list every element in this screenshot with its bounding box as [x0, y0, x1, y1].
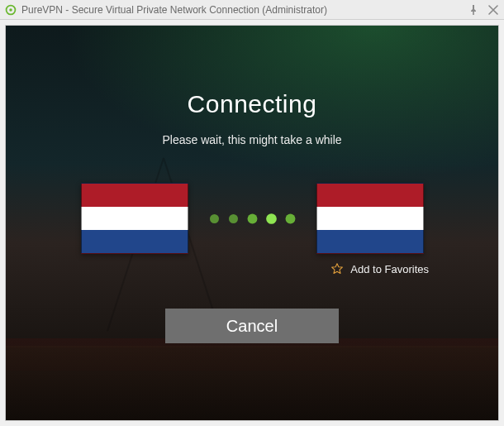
- window-title: PureVPN - Secure Virtual Private Network…: [21, 4, 468, 16]
- progress-dot: [210, 214, 219, 223]
- star-outline-icon: [330, 262, 344, 275]
- cancel-button[interactable]: Cancel: [165, 309, 339, 343]
- close-icon[interactable]: [487, 4, 499, 16]
- pin-icon[interactable]: [468, 4, 479, 16]
- window-titlebar: PureVPN - Secure Virtual Private Network…: [0, 0, 504, 20]
- cancel-button-label: Cancel: [226, 317, 278, 336]
- progress-dot: [266, 213, 277, 224]
- connecting-progress-dots: [210, 214, 295, 223]
- add-to-favorites-button[interactable]: Add to Favorites: [6, 262, 498, 275]
- connection-flags-row: [81, 183, 424, 254]
- connection-status-title: Connecting: [188, 90, 317, 118]
- progress-dot: [247, 213, 257, 223]
- svg-point-1: [9, 8, 12, 12]
- progress-dot: [285, 213, 295, 223]
- app-content: Connecting Please wait, this might take …: [5, 25, 499, 421]
- purevpn-logo-icon: [5, 4, 17, 16]
- connection-status-subtitle: Please wait, this might take a while: [162, 133, 341, 146]
- destination-country-flag: [316, 183, 424, 254]
- add-to-favorites-label: Add to Favorites: [350, 263, 429, 275]
- progress-dot: [229, 214, 238, 223]
- source-country-flag: [81, 183, 188, 254]
